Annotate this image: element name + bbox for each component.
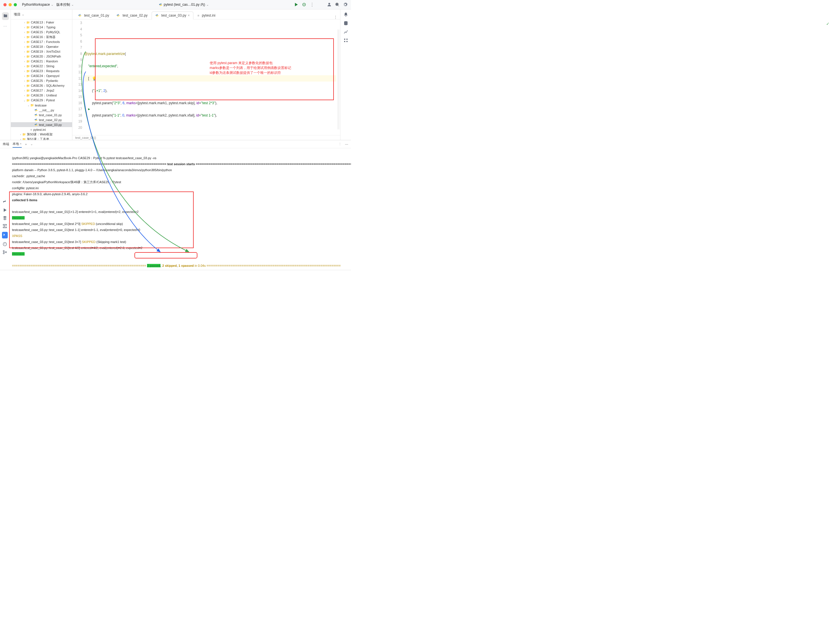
tree-item[interactable]: ›📁CASE27：Jinja2 [11, 88, 72, 93]
vcs-dropdown[interactable]: 版本控制 [56, 2, 74, 7]
run-icon[interactable] [294, 2, 298, 7]
terminal-left-toolbar [0, 148, 10, 270]
more-tools-icon[interactable]: ··· [3, 24, 7, 28]
code-area[interactable]: 34567891011121314151617▶181920 💡 @pytest… [72, 19, 340, 135]
terminal-minimize-icon[interactable]: — [345, 142, 348, 146]
terminal-tab-local[interactable]: 本地 × [13, 140, 22, 148]
svg-rect-7 [344, 41, 345, 42]
tree-item[interactable]: ›📁CASE22：String [11, 64, 72, 69]
tree-item[interactable]: ›📁CASE26：SQLAlchemy [11, 83, 72, 88]
python-console-icon[interactable] [3, 200, 7, 204]
problems-icon[interactable] [3, 242, 7, 246]
tree-item[interactable]: ›📁CASE21：Random [11, 59, 72, 64]
tree-item[interactable]: ›📁CASE13：Faker [11, 20, 72, 25]
tree-item[interactable]: ≡pytest.ini [11, 127, 72, 132]
terminal-title[interactable]: 终端 [3, 141, 9, 147]
user-icon[interactable] [327, 2, 331, 7]
tree-item[interactable]: ›📁CASE25：Pydantic [11, 79, 72, 83]
layers-icon[interactable] [3, 216, 7, 221]
terminal-tool-icon[interactable] [2, 232, 8, 238]
tree-item[interactable]: test_case_03.py [11, 122, 72, 127]
tree-item[interactable]: ›📁CASE16：装饰器 [11, 35, 72, 40]
run-config-dropdown[interactable]: pytest (test_cas…01.py 内) [159, 2, 209, 7]
tree-item[interactable]: test_case_01.py [11, 113, 72, 118]
terminal-more-icon[interactable]: ⋮ [338, 142, 342, 146]
svg-rect-10 [3, 227, 6, 228]
run-tool-icon[interactable] [3, 208, 7, 213]
tree-item[interactable]: ⌄📁CASE29：Pytest [11, 98, 72, 103]
maximize-window[interactable] [14, 3, 17, 6]
tree-item[interactable]: ›📁CASE17：Functools [11, 40, 72, 44]
gutter: 34567891011121314151617▶181920 [72, 19, 84, 135]
settings-icon[interactable] [343, 2, 347, 7]
tree-item[interactable]: ›📁CASE28：Unittest [11, 93, 72, 98]
tree-item[interactable]: ›📁CASE14：Typing [11, 25, 72, 30]
editor-tab[interactable]: test_case_03.py× [152, 11, 193, 19]
close-window[interactable] [3, 3, 6, 6]
editor-breadcrumb[interactable]: test_case_01() [72, 135, 340, 140]
tree-item[interactable]: ›📁第50课：Web框架 [11, 132, 72, 137]
new-terminal-icon[interactable]: + [25, 143, 27, 146]
chevron-down-icon[interactable] [22, 12, 24, 16]
svg-rect-6 [346, 39, 347, 40]
terminal-output[interactable]: (python385) yangkai@yangkaideMacBook-Pro… [10, 148, 351, 270]
svg-point-3 [336, 3, 338, 6]
tree-item[interactable]: ›📁CASE19：XmlToDict [11, 49, 72, 54]
left-toolbar: ··· [0, 10, 11, 140]
tree-item[interactable]: ›📁CASE20：JSONPath [11, 54, 72, 59]
grid-icon[interactable] [344, 38, 348, 43]
svg-point-13 [3, 253, 4, 254]
svg-rect-5 [344, 39, 345, 40]
svg-point-2 [328, 3, 330, 5]
tree-item[interactable]: ⌄📁testcase [11, 103, 72, 108]
more-icon[interactable]: ⋮ [310, 2, 314, 8]
tree-item[interactable]: ›📁第51课：工具类 [11, 137, 72, 140]
python-icon [159, 3, 162, 6]
git-icon[interactable] [3, 250, 7, 254]
debug-icon[interactable] [302, 2, 306, 7]
structure-icon[interactable] [3, 224, 7, 229]
annotation-text: 使用 pytest.param 来定义参数化的数据包 marks参数是一个列表，… [210, 61, 291, 75]
project-dropdown[interactable]: PythonWorkspace [22, 3, 53, 6]
bulb-icon[interactable]: 💡 [92, 76, 96, 82]
database-icon[interactable] [344, 21, 348, 26]
titlebar: PythonWorkspace 版本控制 pytest (test_cas…01… [0, 0, 351, 10]
notifications-icon[interactable] [344, 12, 348, 17]
window-controls[interactable] [3, 3, 17, 6]
editor-tab[interactable]: test_case_02.py [113, 12, 151, 19]
project-tool-icon[interactable] [2, 12, 9, 20]
tree-item[interactable]: ›📁CASE15：PyMySQL [11, 30, 72, 35]
tree-item[interactable]: __init__.py [11, 108, 72, 113]
editor-tabs: test_case_01.pytest_case_02.pytest_case_… [72, 10, 340, 19]
right-toolbar: ✓ [340, 10, 351, 140]
project-panel-title: 项目 [14, 12, 21, 17]
project-tree[interactable]: ›📁CASE13：Faker›📁CASE14：Typing›📁CASE15：Py… [11, 19, 72, 140]
tabs-more-icon[interactable]: ⋮ [334, 15, 340, 19]
chart-icon[interactable] [344, 29, 348, 34]
minimize-window[interactable] [8, 3, 12, 6]
terminal-panel: 终端 本地 × + ⋮ — (python385) yangkai@yangka… [0, 140, 351, 270]
svg-point-1 [304, 4, 305, 5]
editor-tab[interactable]: test_case_01.py [75, 12, 113, 19]
svg-point-12 [3, 250, 4, 251]
editor: test_case_01.pytest_case_02.pytest_case_… [72, 10, 340, 140]
status-bar: ▢ PythonWorkspace › 第49课：第三方库 › CASE29：P… [0, 270, 351, 271]
tree-item[interactable]: ›📁CASE24：Openpyxl [11, 74, 72, 79]
search-icon[interactable] [335, 2, 339, 7]
tree-item[interactable]: ›📁CASE23：Requests [11, 69, 72, 74]
svg-rect-8 [346, 41, 347, 42]
project-panel: 项目 ›📁CASE13：Faker›📁CASE14：Typing›📁CASE15… [11, 10, 72, 140]
code[interactable]: 💡 @pytest.mark.parametrize( "entered,exp… [84, 19, 340, 135]
tree-item[interactable]: test_case_02.py [11, 118, 72, 122]
tree-item[interactable]: ›📁CASE18：Operator [11, 44, 72, 49]
editor-tab[interactable]: ≡pytest.ini [194, 12, 219, 19]
svg-rect-9 [3, 224, 6, 225]
terminal-dropdown-icon[interactable] [31, 142, 33, 146]
svg-point-14 [5, 251, 6, 253]
